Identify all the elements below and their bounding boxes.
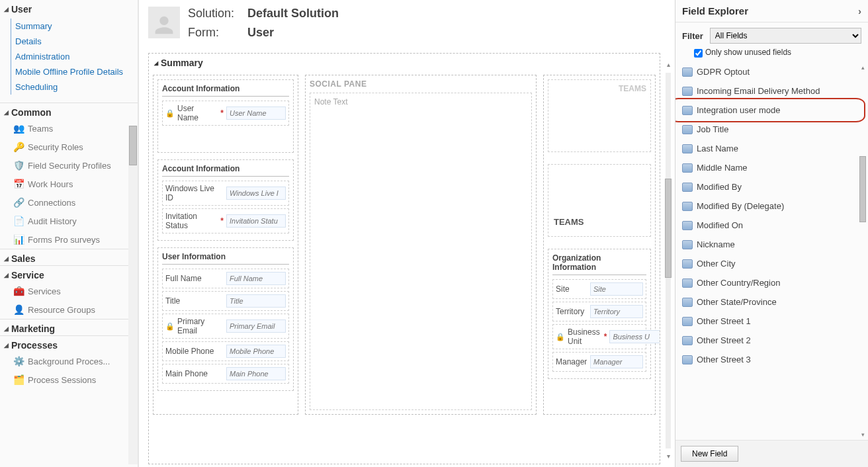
field-windows-live-id[interactable]: Windows Live ID (162, 181, 289, 206)
field-list-item[interactable]: Other Street 2 (675, 331, 868, 350)
field-list-item[interactable]: Nickname (675, 235, 868, 254)
nav-group-sales[interactable]: Sales (0, 249, 138, 265)
field-input-manager[interactable] (590, 355, 643, 368)
field-list-item[interactable]: Job Title (675, 120, 868, 139)
nav-item-work-hours[interactable]: 📅Work Hours (0, 175, 138, 193)
field-input-full-name[interactable] (226, 272, 286, 285)
field-input-title[interactable] (226, 294, 286, 308)
field-input-business-unit[interactable] (609, 330, 660, 343)
user-link-scheduling[interactable]: Scheduling (11, 79, 138, 95)
notes-control[interactable]: Note Text (310, 93, 532, 410)
field-business-unit[interactable]: 🔒Business Unit* (552, 324, 646, 349)
field-user-name[interactable]: 🔒User Name* (162, 101, 289, 126)
filter-select[interactable]: All Fields (710, 28, 861, 44)
scroll-down-icon[interactable]: ▾ (859, 431, 867, 439)
field-list-item-label: Other State/Province (697, 297, 777, 307)
nav-item-connections[interactable]: 🔗Connections (0, 193, 138, 212)
field-mobile-phone[interactable]: Mobile Phone (162, 341, 289, 361)
field-input-mobile-phone[interactable] (226, 345, 286, 358)
field-list-item[interactable]: Other Street 3 (675, 350, 868, 369)
nav-item-label: Services (28, 286, 61, 296)
block-account-info-1[interactable]: Account Information 🔒User Name* (157, 79, 294, 153)
scroll-up-icon[interactable]: ▴ (663, 60, 673, 70)
chevron-right-icon[interactable]: › (858, 5, 861, 17)
scrollbar-thumb[interactable] (859, 156, 866, 222)
user-link-mobile-offline[interactable]: Mobile Offline Profile Details (11, 64, 138, 79)
section-column-middle[interactable]: SOCIAL PANE Note Text (305, 75, 537, 415)
only-unused-checkbox[interactable] (694, 49, 703, 58)
section-column-left[interactable]: Account Information 🔒User Name* Account … (153, 75, 298, 415)
form-line: Form:User (188, 26, 339, 40)
nav-item-audit-history[interactable]: 📄Audit History (0, 212, 138, 230)
field-input-invitation-status[interactable] (226, 214, 286, 228)
nav-group-service[interactable]: Service (0, 266, 138, 282)
field-input-main-phone[interactable] (226, 367, 286, 380)
field-input-territory[interactable] (590, 305, 643, 318)
form-body[interactable]: Summary Account Information 🔒User Name* … (148, 53, 660, 464)
section-header-summary[interactable]: Summary (149, 54, 660, 71)
field-full-name[interactable]: Full Name (162, 269, 289, 288)
field-list-item[interactable]: Last Name (675, 139, 868, 158)
block-organization-information[interactable]: Organization Information Site Territory … (548, 249, 651, 379)
nav-item-security-roles[interactable]: 🔑Security Roles (0, 138, 138, 156)
field-list-item[interactable]: Other Country/Region (675, 273, 868, 292)
field-list-item[interactable]: Modified On (675, 216, 868, 235)
field-primary-email[interactable]: 🔒Primary Email (162, 314, 289, 339)
user-section-links: Summary Details Administration Mobile Of… (11, 19, 138, 95)
form-value: User (247, 26, 274, 39)
field-list-item-label: Other Street 3 (697, 355, 751, 364)
field-list-item[interactable]: Other Street 1 (675, 312, 868, 331)
field-site[interactable]: Site (552, 279, 646, 299)
nav-group-marketing[interactable]: Marketing (0, 319, 138, 335)
field-list-item[interactable]: Modified By (Delegate) (675, 196, 868, 216)
field-territory[interactable]: Territory (552, 302, 646, 321)
field-list-item-label: Other Street 2 (697, 335, 751, 345)
field-input-wlid[interactable] (226, 187, 286, 200)
teams-subgrid[interactable]: TEAMS (548, 164, 651, 237)
field-list-item[interactable]: Other State/Province (675, 292, 868, 312)
field-list-item-label: Modified By (Delegate) (697, 201, 784, 211)
field-label: Manager (556, 357, 587, 366)
field-list-item[interactable]: GDPR Optout (675, 62, 868, 81)
block-user-information[interactable]: User Information Full Name Title 🔒Primar… (157, 247, 294, 391)
teams-subgrid-placeholder[interactable]: TEAMS (548, 79, 651, 152)
field-list-item[interactable]: Other City (675, 254, 868, 273)
leftnav-scrollbar[interactable] (128, 126, 138, 464)
scrollbar-thumb[interactable] (129, 126, 137, 165)
field-manager[interactable]: Manager (552, 352, 646, 372)
field-list-item[interactable]: Middle Name (675, 158, 868, 177)
scroll-up-icon[interactable]: ▴ (859, 64, 867, 71)
canvas-scrollbar[interactable]: ▴ ▾ (663, 60, 673, 462)
nav-item-forms-pro[interactable]: 📊Forms Pro surveys (0, 230, 138, 249)
field-input-primary-email[interactable] (226, 319, 286, 333)
field-invitation-status[interactable]: Invitation Status* (162, 208, 289, 234)
entity-image-placeholder[interactable] (148, 7, 180, 38)
new-field-button[interactable]: New Field (681, 446, 738, 462)
nav-item-field-security[interactable]: 🛡️Field Security Profiles (0, 156, 138, 175)
section-column-right[interactable]: TEAMS TEAMS Organization Information Sit… (543, 75, 656, 415)
field-list-item[interactable]: Integration user mode (675, 101, 868, 120)
nav-group-processes[interactable]: Processes (0, 336, 138, 352)
field-title[interactable]: Title (162, 291, 289, 311)
user-link-details[interactable]: Details (11, 34, 138, 49)
block-account-info-2[interactable]: Account Information Windows Live ID Invi… (157, 159, 294, 241)
nav-item-background-processes[interactable]: ⚙️Background Proces... (0, 352, 138, 370)
field-list-item[interactable]: Modified By (675, 177, 868, 196)
nav-group-common[interactable]: Common (0, 103, 138, 119)
nav-item-teams[interactable]: 👥Teams (0, 119, 138, 138)
scrollbar-thumb[interactable] (665, 179, 672, 278)
user-link-administration[interactable]: Administration (11, 49, 138, 64)
field-input-user-name[interactable] (226, 106, 286, 120)
scroll-down-icon[interactable]: ▾ (663, 451, 673, 462)
nav-item-services[interactable]: 🧰Services (0, 282, 138, 300)
field-icon (682, 144, 693, 153)
field-list-scrollbar[interactable]: ▴ ▾ (859, 64, 867, 439)
nav-item-process-sessions[interactable]: 🗂️Process Sessions (0, 370, 138, 389)
user-link-summary[interactable]: Summary (11, 19, 138, 34)
field-main-phone[interactable]: Main Phone (162, 364, 289, 384)
nav-item-resource-groups[interactable]: 👤Resource Groups (0, 300, 138, 319)
field-list-item[interactable]: Incoming Email Delivery Method (675, 81, 868, 101)
key-icon: 🔑 (13, 142, 24, 152)
field-input-site[interactable] (590, 282, 643, 296)
nav-group-user[interactable]: User (0, 0, 138, 16)
